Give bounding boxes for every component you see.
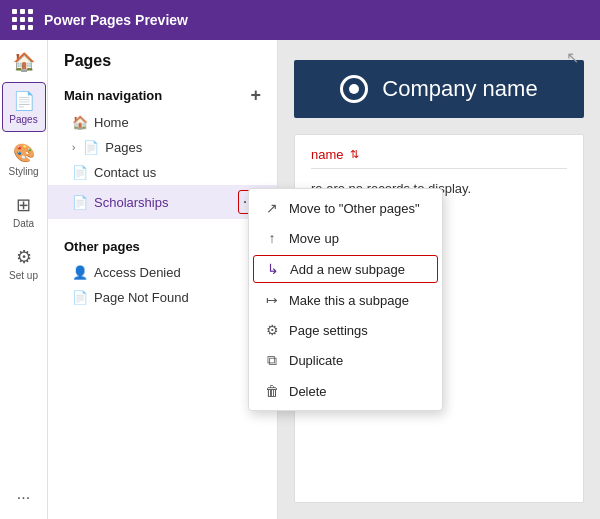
pages-nav-icon: 📄: [83, 140, 99, 155]
other-pages-section: Other pages 👤 Access Denied 📄 Page Not F…: [48, 233, 277, 310]
menu-add-subpage-label: Add a new subpage: [290, 262, 405, 277]
preview-field-filter-icon: ⇅: [350, 148, 359, 161]
sidebar-data-label: Data: [13, 218, 34, 229]
icon-sidebar: 🏠 📄 Pages 🎨 Styling ⊞ Data ⚙ Set up ···: [0, 40, 48, 519]
nav-scholarships-label: Scholarships: [94, 195, 168, 210]
menu-item-page-settings[interactable]: ⚙ Page settings: [249, 315, 442, 345]
sidebar-pages-label: Pages: [9, 114, 37, 125]
sidebar-more-button[interactable]: ···: [2, 483, 46, 513]
preview-header-bar: Company name: [294, 60, 584, 118]
menu-item-duplicate[interactable]: ⧉ Duplicate: [249, 345, 442, 376]
move-to-other-icon: ↗: [263, 200, 281, 216]
pages-chevron-icon: ›: [72, 142, 75, 153]
pages-panel-title: Pages: [48, 52, 277, 80]
nav-item-access-denied[interactable]: 👤 Access Denied: [48, 260, 277, 285]
contact-nav-icon: 📄: [72, 165, 88, 180]
menu-page-settings-label: Page settings: [289, 323, 368, 338]
menu-item-move-to-other[interactable]: ↗ Move to "Other pages": [249, 193, 442, 223]
access-denied-icon: 👤: [72, 265, 88, 280]
sidebar-item-styling[interactable]: 🎨 Styling: [2, 134, 46, 184]
data-icon: ⊞: [16, 194, 31, 216]
app-title: Power Pages Preview: [44, 12, 188, 28]
sidebar-setup-label: Set up: [9, 270, 38, 281]
nav-pages-label: Pages: [105, 140, 142, 155]
sidebar-item-setup[interactable]: ⚙ Set up: [2, 238, 46, 288]
duplicate-icon: ⧉: [263, 352, 281, 369]
context-menu: ↗ Move to "Other pages" ↑ Move up ↳ Add …: [248, 188, 443, 411]
nav-item-not-found[interactable]: 📄 Page Not Found: [48, 285, 277, 310]
nav-not-found-label: Page Not Found: [94, 290, 189, 305]
menu-duplicate-label: Duplicate: [289, 353, 343, 368]
nav-item-contact-us[interactable]: 📄 Contact us: [48, 160, 277, 185]
delete-icon: 🗑: [263, 383, 281, 399]
move-up-icon: ↑: [263, 230, 281, 246]
menu-item-delete[interactable]: 🗑 Delete: [249, 376, 442, 406]
main-layout: 🏠 📄 Pages 🎨 Styling ⊞ Data ⚙ Set up ··· …: [0, 40, 600, 519]
preview-logo-circle: [340, 75, 368, 103]
preview-logo-inner: [349, 84, 359, 94]
menu-delete-label: Delete: [289, 384, 327, 399]
setup-icon: ⚙: [16, 246, 32, 268]
apps-grid-icon[interactable]: [12, 9, 34, 31]
more-icon: ···: [17, 489, 30, 507]
pages-icon: 📄: [13, 90, 35, 112]
nav-item-home[interactable]: 🏠 Home: [48, 110, 277, 135]
home-icon: 🏠: [13, 51, 35, 73]
styling-icon: 🎨: [13, 142, 35, 164]
sidebar-item-pages[interactable]: 📄 Pages: [2, 82, 46, 132]
menu-move-to-other-label: Move to "Other pages": [289, 201, 420, 216]
make-subpage-icon: ↦: [263, 292, 281, 308]
add-navigation-button[interactable]: +: [250, 86, 261, 104]
resize-handle-icon: ↖: [566, 48, 579, 67]
menu-make-subpage-label: Make this a subpage: [289, 293, 409, 308]
add-subpage-icon: ↳: [264, 261, 282, 277]
nav-contact-label: Contact us: [94, 165, 156, 180]
sidebar-styling-label: Styling: [8, 166, 38, 177]
sidebar-item-home[interactable]: 🏠: [2, 44, 46, 80]
pages-panel: Pages Main navigation + 🏠 Home › 📄 Pages…: [48, 40, 278, 519]
preview-field-row: name ⇅: [311, 147, 567, 169]
menu-item-add-subpage[interactable]: ↳ Add a new subpage: [253, 255, 438, 283]
menu-move-up-label: Move up: [289, 231, 339, 246]
nav-item-pages[interactable]: › 📄 Pages: [48, 135, 277, 160]
nav-home-label: Home: [94, 115, 129, 130]
home-nav-icon: 🏠: [72, 115, 88, 130]
not-found-icon: 📄: [72, 290, 88, 305]
main-navigation-header: Main navigation +: [48, 80, 277, 110]
menu-item-make-subpage[interactable]: ↦ Make this a subpage: [249, 285, 442, 315]
page-settings-icon: ⚙: [263, 322, 281, 338]
preview-company-name: Company name: [382, 76, 537, 102]
topbar: Power Pages Preview: [0, 0, 600, 40]
menu-item-move-up[interactable]: ↑ Move up: [249, 223, 442, 253]
main-navigation-label: Main navigation: [64, 88, 162, 103]
scholarships-nav-icon: 📄: [72, 195, 88, 210]
other-pages-title: Other pages: [48, 233, 277, 260]
nav-item-scholarships[interactable]: 📄 Scholarships ···: [48, 185, 277, 219]
preview-field-label: name: [311, 147, 344, 162]
sidebar-item-data[interactable]: ⊞ Data: [2, 186, 46, 236]
nav-access-denied-label: Access Denied: [94, 265, 181, 280]
